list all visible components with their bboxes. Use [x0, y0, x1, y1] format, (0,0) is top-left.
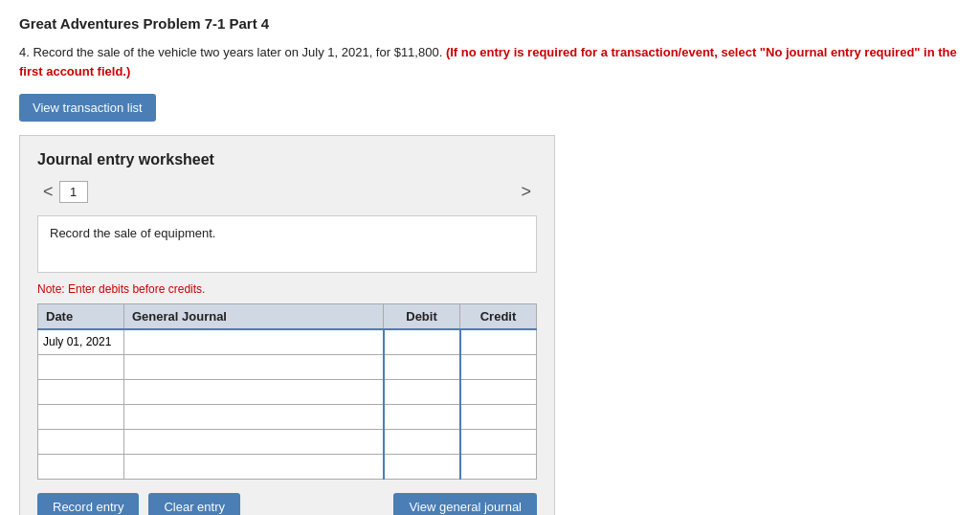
nav-prev-button[interactable]: <	[37, 180, 59, 204]
view-transaction-button[interactable]: View transaction list	[19, 94, 156, 122]
table-row	[38, 429, 537, 454]
credit-input[interactable]	[461, 455, 537, 479]
credit-input[interactable]	[461, 380, 537, 404]
credit-input[interactable]	[461, 355, 537, 379]
table-row	[38, 379, 537, 404]
credit-cell[interactable]	[460, 379, 537, 404]
debit-input[interactable]	[385, 380, 459, 404]
credit-input[interactable]	[461, 405, 537, 429]
date-input[interactable]	[38, 355, 123, 379]
journal-cell[interactable]	[124, 454, 384, 479]
button-row: Record entry Clear entry View general jo…	[37, 493, 537, 516]
col-header-credit: Credit	[460, 304, 537, 330]
date-cell[interactable]	[38, 354, 124, 379]
clear-entry-button[interactable]: Clear entry	[148, 493, 240, 516]
journal-input[interactable]	[124, 330, 383, 354]
date-input[interactable]	[38, 430, 123, 454]
col-header-debit: Debit	[384, 304, 460, 330]
instruction-text: 4. Record the sale of the vehicle two ye…	[19, 43, 961, 80]
journal-input[interactable]	[124, 380, 383, 404]
journal-input[interactable]	[124, 405, 383, 429]
table-row	[38, 454, 537, 479]
journal-input[interactable]	[124, 455, 383, 479]
date-input[interactable]	[38, 380, 123, 404]
debit-cell[interactable]	[384, 454, 460, 479]
journal-cell[interactable]	[124, 379, 384, 404]
credit-cell[interactable]	[460, 429, 537, 454]
page-title: Great Adventures Problem 7-1 Part 4	[19, 15, 961, 32]
debit-cell[interactable]	[384, 329, 460, 354]
date-cell[interactable]	[38, 404, 124, 429]
debit-input[interactable]	[385, 355, 459, 379]
credit-cell[interactable]	[460, 404, 537, 429]
journal-cell[interactable]	[124, 404, 384, 429]
credit-input[interactable]	[461, 430, 537, 454]
journal-input[interactable]	[124, 430, 383, 454]
journal-cell[interactable]	[124, 429, 384, 454]
col-header-date: Date	[38, 304, 124, 330]
nav-row: < 1 >	[37, 180, 537, 204]
date-cell[interactable]	[38, 329, 124, 354]
note-text: Note: Enter debits before credits.	[37, 282, 537, 296]
debit-cell[interactable]	[384, 379, 460, 404]
journal-table: Date General Journal Debit Credit	[37, 303, 537, 480]
date-cell[interactable]	[38, 454, 124, 479]
debit-input[interactable]	[385, 455, 459, 479]
date-input[interactable]	[38, 405, 123, 429]
instruction-prefix: 4. Record the sale of the vehicle two ye…	[19, 45, 442, 59]
table-row	[38, 354, 537, 379]
journal-input[interactable]	[124, 355, 383, 379]
debit-cell[interactable]	[384, 354, 460, 379]
debit-input[interactable]	[385, 330, 459, 354]
date-input[interactable]	[38, 455, 123, 479]
date-input[interactable]	[38, 330, 123, 354]
credit-input[interactable]	[461, 330, 537, 354]
date-cell[interactable]	[38, 429, 124, 454]
worksheet-title: Journal entry worksheet	[37, 151, 537, 168]
debit-cell[interactable]	[384, 404, 460, 429]
nav-number: 1	[59, 181, 88, 203]
description-box: Record the sale of equipment.	[37, 215, 537, 273]
col-header-journal: General Journal	[124, 304, 384, 330]
debit-input[interactable]	[385, 405, 459, 429]
journal-cell[interactable]	[124, 354, 384, 379]
credit-cell[interactable]	[460, 329, 537, 354]
record-entry-button[interactable]: Record entry	[37, 493, 139, 516]
debit-cell[interactable]	[384, 429, 460, 454]
view-general-journal-button[interactable]: View general journal	[393, 493, 537, 516]
credit-cell[interactable]	[460, 354, 537, 379]
table-row	[38, 404, 537, 429]
date-cell[interactable]	[38, 379, 124, 404]
nav-next-button[interactable]: >	[515, 180, 537, 204]
credit-cell[interactable]	[460, 454, 537, 479]
table-row	[38, 329, 537, 354]
journal-cell[interactable]	[124, 329, 384, 354]
worksheet-container: Journal entry worksheet < 1 > Record the…	[19, 135, 555, 515]
debit-input[interactable]	[385, 430, 459, 454]
